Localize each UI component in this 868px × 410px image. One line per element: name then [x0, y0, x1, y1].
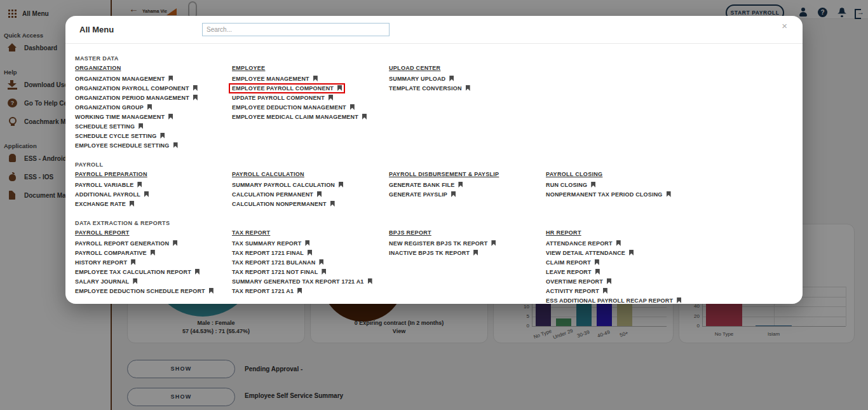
bookmark-icon[interactable] — [491, 240, 496, 246]
bookmark-icon[interactable] — [466, 85, 470, 91]
menu-item-tax-report-1721-a1[interactable]: TAX REPORT 1721 A1 — [232, 286, 389, 296]
bookmark-icon[interactable] — [160, 133, 165, 139]
menu-item-inactive-bpjs-tk-report[interactable]: INACTIVE BPJS TK REPORT — [389, 248, 546, 257]
menu-group-header[interactable]: PAYROLL CLOSING — [546, 170, 703, 180]
bookmark-icon[interactable] — [313, 76, 318, 81]
bookmark-icon[interactable] — [677, 297, 681, 303]
bookmark-icon[interactable] — [607, 278, 611, 284]
menu-group-header[interactable]: HR REPORT — [546, 229, 703, 238]
bookmark-icon[interactable] — [133, 278, 137, 284]
menu-item-employee-deduction-schedule-report[interactable]: EMPLOYEE DEDUCTION SCHEDULE REPORT — [75, 286, 232, 296]
bookmark-icon[interactable] — [458, 182, 463, 188]
close-icon[interactable]: × — [782, 20, 787, 31]
menu-item-template-conversion[interactable]: TEMPLATE CONVERSION — [389, 83, 546, 93]
search-input[interactable] — [202, 23, 390, 36]
menu-item-leave-report[interactable]: LEAVE REPORT — [546, 267, 703, 277]
menu-item-claim-report[interactable]: CLAIM REPORT — [546, 257, 703, 267]
menu-item-calculation-nonpermanent[interactable]: CALCULATION NONPERMANENT — [232, 199, 389, 208]
menu-group-header[interactable]: PAYROLL PREPARATION — [75, 170, 232, 180]
menu-item-summary-payroll-calculation[interactable]: SUMMARY PAYROLL CALCULATION — [232, 180, 389, 189]
menu-item-tax-report-1721-bulanan[interactable]: TAX REPORT 1721 BULANAN — [232, 257, 389, 267]
bookmark-icon[interactable] — [368, 278, 372, 284]
menu-item-employee-deduction-management[interactable]: EMPLOYEE DEDUCTION MANAGEMENT — [232, 102, 389, 112]
menu-group-header[interactable]: PAYROLL DISBURSEMENT & PAYSLIP — [389, 170, 546, 180]
bookmark-icon[interactable] — [168, 76, 173, 81]
bookmark-icon[interactable] — [209, 288, 214, 294]
bookmark-icon[interactable] — [131, 259, 135, 265]
bookmark-icon[interactable] — [451, 191, 456, 197]
menu-item-employee-schedule-setting[interactable]: EMPLOYEE SCHEDULE SETTING — [75, 140, 232, 150]
menu-item-organization-management[interactable]: ORGANIZATION MANAGEMENT — [75, 74, 232, 83]
bookmark-icon[interactable] — [329, 95, 333, 100]
menu-group-header[interactable]: TAX REPORT — [232, 229, 389, 238]
bookmark-icon[interactable] — [591, 182, 595, 188]
bookmark-icon[interactable] — [449, 76, 454, 81]
bookmark-icon[interactable] — [629, 250, 634, 256]
menu-item-payroll-comparative[interactable]: PAYROLL COMPARATIVE — [75, 248, 232, 257]
menu-item-update-payroll-component[interactable]: UPDATE PAYROLL COMPONENT — [232, 93, 389, 102]
bookmark-icon[interactable] — [595, 259, 599, 265]
bookmark-icon[interactable] — [473, 250, 478, 256]
bookmark-icon[interactable] — [337, 85, 342, 91]
bookmark-icon[interactable] — [195, 269, 200, 275]
bookmark-icon[interactable] — [144, 191, 149, 197]
menu-group-header[interactable]: PAYROLL CALCULATION — [232, 170, 389, 180]
menu-item-employee-medical-claim-management[interactable]: EMPLOYEE MEDICAL CLAIM MANAGEMENT — [232, 112, 389, 121]
menu-item-nonpermanent-tax-period-closing[interactable]: NONPERMANENT TAX PERIOD CLOSING — [546, 189, 703, 199]
bookmark-icon[interactable] — [339, 182, 343, 188]
menu-group-header[interactable]: ORGANIZATION — [75, 64, 232, 74]
menu-item-summary-upload[interactable]: SUMMARY UPLOAD — [389, 74, 546, 83]
bookmark-icon[interactable] — [667, 191, 671, 197]
menu-group-header[interactable]: EMPLOYEE — [232, 64, 389, 74]
menu-item-activity-report[interactable]: ACTIVITY REPORT — [546, 286, 703, 296]
menu-item-organization-payroll-component[interactable]: ORGANIZATION PAYROLL COMPONENT — [75, 83, 232, 93]
menu-group-header[interactable]: UPLOAD CENTER — [389, 64, 546, 74]
menu-item-additional-payroll[interactable]: ADDITIONAL PAYROLL — [75, 189, 232, 199]
bookmark-icon[interactable] — [616, 240, 621, 246]
menu-group-header[interactable]: BPJS REPORT — [389, 229, 546, 238]
menu-item-tax-report-1721-final[interactable]: TAX REPORT 1721 FINAL — [232, 248, 389, 257]
menu-item-organization-group[interactable]: ORGANIZATION GROUP — [75, 102, 232, 112]
bookmark-icon[interactable] — [322, 269, 326, 275]
menu-item-payroll-report-generation[interactable]: PAYROLL REPORT GENERATION — [75, 238, 232, 248]
menu-item-history-report[interactable]: HISTORY REPORT — [75, 257, 232, 267]
menu-item-schedule-setting[interactable]: SCHEDULE SETTING — [75, 121, 232, 131]
menu-item-exchange-rate[interactable]: EXCHANGE RATE — [75, 199, 232, 208]
bookmark-icon[interactable] — [297, 288, 302, 294]
menu-item-generate-bank-file[interactable]: GENERATE BANK FILE — [389, 180, 546, 189]
menu-item-summary-generated-tax-report-1721-a1[interactable]: SUMMARY GENERATED TAX REPORT 1721 A1 — [232, 277, 389, 286]
bookmark-icon[interactable] — [139, 123, 143, 129]
bookmark-icon[interactable] — [603, 288, 607, 294]
bookmark-icon[interactable] — [305, 240, 309, 246]
menu-item-tax-report-1721-not-final[interactable]: TAX REPORT 1721 NOT FINAL — [232, 267, 389, 277]
menu-item-employee-management[interactable]: EMPLOYEE MANAGEMENT — [232, 74, 389, 83]
bookmark-icon[interactable] — [193, 95, 198, 100]
menu-item-tax-summary-report[interactable]: TAX SUMMARY REPORT — [232, 238, 389, 248]
bookmark-icon[interactable] — [193, 85, 198, 91]
bookmark-icon[interactable] — [173, 240, 177, 246]
menu-item-schedule-cycle-setting[interactable]: SCHEDULE CYCLE SETTING — [75, 131, 232, 140]
menu-item-view-detail-attendance[interactable]: VIEW DETAIL ATTENDANCE — [546, 248, 703, 257]
menu-item-new-register-bpjs-tk-report[interactable]: NEW REGISTER BPJS TK REPORT — [389, 238, 546, 248]
menu-group-header[interactable]: PAYROLL REPORT — [75, 229, 232, 238]
bookmark-icon[interactable] — [362, 114, 367, 120]
bookmark-icon[interactable] — [595, 269, 600, 275]
menu-item-salary-journal[interactable]: SALARY JOURNAL — [75, 277, 232, 286]
menu-item-employee-tax-calculation-report[interactable]: EMPLOYEE TAX CALCULATION REPORT — [75, 267, 232, 277]
bookmark-icon[interactable] — [168, 114, 173, 120]
bookmark-icon[interactable] — [151, 250, 155, 256]
menu-item-ess-additional-payroll-recap-report[interactable]: ESS ADDITIONAL PAYROLL RECAP REPORT — [546, 296, 703, 304]
menu-item-calculation-permanent[interactable]: CALCULATION PERMANENT — [232, 189, 389, 199]
bookmark-icon[interactable] — [137, 182, 142, 188]
bookmark-icon[interactable] — [317, 191, 322, 197]
bookmark-icon[interactable] — [330, 201, 335, 207]
bookmark-icon[interactable] — [308, 250, 312, 256]
menu-item-payroll-variable[interactable]: PAYROLL VARIABLE — [75, 180, 232, 189]
menu-item-attendance-report[interactable]: ATTENDANCE REPORT — [546, 238, 703, 248]
bookmark-icon[interactable] — [147, 104, 152, 110]
menu-item-working-time-management[interactable]: WORKING TIME MANAGEMENT — [75, 112, 232, 121]
bookmark-icon[interactable] — [130, 201, 134, 207]
menu-item-run-closing[interactable]: RUN CLOSING — [546, 180, 703, 189]
bookmark-icon[interactable] — [350, 104, 355, 110]
menu-item-organization-period-management[interactable]: ORGANIZATION PERIOD MANAGEMENT — [75, 93, 232, 102]
